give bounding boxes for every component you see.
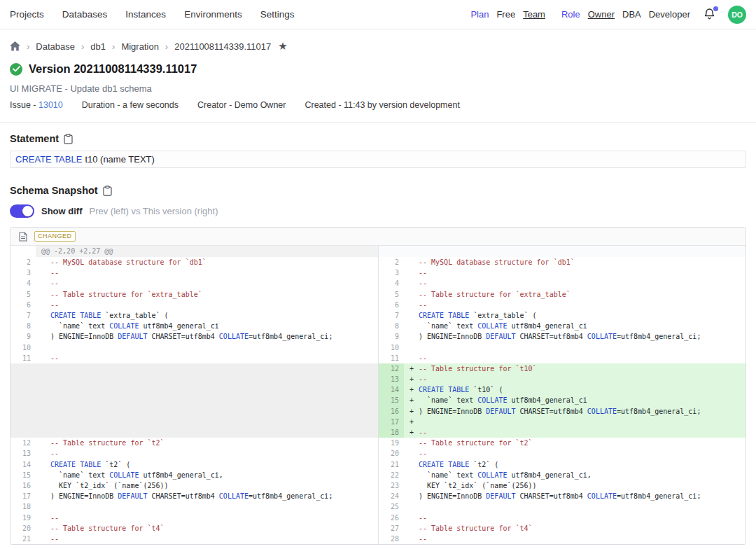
code-line <box>36 395 378 405</box>
code-line: -- MySQL database structure for `db1` <box>36 257 378 267</box>
line-number: 28 <box>379 534 404 544</box>
code-token: utf8mb4_general_ci, <box>507 471 591 479</box>
code-line: -- Table structure for `extra_table` <box>36 289 378 300</box>
diff-row: 13-- <box>10 448 378 459</box>
line-number: 5 <box>379 289 404 300</box>
code-token: COLLATE <box>587 408 617 415</box>
copy-statement-icon[interactable] <box>64 134 73 144</box>
line-number: 27 <box>379 523 404 534</box>
diff-pane-current: 2-- MySQL database structure for `db1`3-… <box>378 246 746 544</box>
code-line: -- MySQL database structure for `db1` <box>404 257 746 267</box>
code-line: + `name` text COLLATE utf8mb4_general_ci <box>404 395 746 405</box>
version-header: Version 20211008114339.11017 <box>10 62 746 76</box>
line-number: 22 <box>379 470 404 480</box>
copy-snapshot-icon[interactable] <box>103 186 112 196</box>
diff-body: @@ -2,20 +2,27 @@2-- MySQL database stru… <box>10 246 746 544</box>
code-token: utf8mb4_general_ci <box>507 322 587 330</box>
code-line: -- <box>404 267 746 278</box>
nav-item-databases[interactable]: Databases <box>62 9 108 20</box>
diff-row: 10 <box>379 342 746 353</box>
code-line: -- <box>36 300 378 310</box>
diff-row: 8 `name` text COLLATE utf8mb4_general_ci <box>10 321 378 331</box>
diff-row <box>379 246 746 257</box>
topbar-item-role: Role <box>561 9 580 20</box>
line-number: 7 <box>10 310 36 321</box>
nav-item-environments[interactable]: Environments <box>184 9 242 20</box>
avatar[interactable]: DO <box>728 6 746 24</box>
code-token: -- Table structure for `t10` <box>419 365 537 373</box>
code-line: -- Table structure for `t4` <box>36 523 378 534</box>
home-icon[interactable] <box>10 41 20 51</box>
diff-prefix: + <box>410 395 419 405</box>
line-number: 25 <box>379 501 404 512</box>
diff-row: 20-- Table structure for `t4` <box>10 523 378 534</box>
code-token: -- Table structure for `extra_table` <box>419 291 570 298</box>
sql-rest: t10 (name TEXT) <box>85 154 154 165</box>
code-line: CREATE TABLE `t2` ( <box>36 459 378 470</box>
line-number: 9 <box>10 331 36 342</box>
version-meta: Issue - 13010Duration - a few secondsCre… <box>10 100 746 110</box>
code-token: DEFAULT <box>118 333 147 340</box>
diff-row: 5-- Table structure for `extra_table` <box>379 289 746 300</box>
code-token: -- <box>419 535 427 543</box>
diff-row: 16+) ENGINE=InnoDB DEFAULT CHARSET=utf8m… <box>379 406 746 417</box>
code-token: =utf8mb4_general_ci; <box>617 408 701 415</box>
code-token: -- <box>50 535 59 543</box>
top-nav: ProjectsDatabasesInstancesEnvironmentsSe… <box>0 0 756 29</box>
code-line: -- <box>36 534 378 544</box>
diff-row: 17+ <box>379 417 746 427</box>
breadcrumb-item-4[interactable]: 20211008114339.11017 <box>174 41 271 52</box>
diff-row: 26-- <box>379 513 746 523</box>
breadcrumb-item-3[interactable]: Migration <box>121 41 158 52</box>
code-line <box>36 406 378 417</box>
code-token: =utf8mb4_general_ci; <box>617 333 701 340</box>
code-token: -- MySQL database structure for `db1` <box>50 258 206 266</box>
diff-row: 12-- Table structure for `t2` <box>10 438 378 448</box>
line-number: 6 <box>379 300 404 310</box>
diff-row: 4-- <box>379 278 746 289</box>
code-line <box>404 342 746 353</box>
issue-link[interactable]: 13010 <box>38 100 63 110</box>
line-number: 19 <box>10 513 36 523</box>
topbar-item-owner[interactable]: Owner <box>588 9 615 20</box>
code-token: -- <box>419 301 427 309</box>
toggle-knob <box>22 206 33 216</box>
code-token: CREATE TABLE <box>419 461 469 468</box>
code-token: -- MySQL database structure for `db1` <box>419 258 575 266</box>
diff-prefix: + <box>410 417 419 427</box>
line-number: 4 <box>10 278 36 289</box>
nav-item-projects[interactable]: Projects <box>10 9 44 20</box>
code-token: COLLATE <box>477 396 507 404</box>
show-diff-toggle[interactable] <box>10 204 34 218</box>
meta-label: Created - 11:43 by version development <box>304 100 459 110</box>
topbar-item-dba: DBA <box>622 9 641 20</box>
diff-row <box>10 384 378 395</box>
notifications-bell-icon[interactable] <box>704 8 718 22</box>
nav-item-settings[interactable]: Settings <box>260 9 295 20</box>
breadcrumb-item-2[interactable]: db1 <box>90 41 106 52</box>
diff-row: 15 `name` text COLLATE utf8mb4_general_c… <box>10 470 378 480</box>
diff-row: @@ -2,20 +2,27 @@ <box>10 246 378 257</box>
code-token: DEFAULT <box>118 492 147 500</box>
nav-item-instances[interactable]: Instances <box>125 9 166 20</box>
line-number: 5 <box>10 289 36 300</box>
line-number: 23 <box>379 480 404 491</box>
breadcrumb-item-1[interactable]: Database <box>36 41 75 52</box>
code-line: @@ -2,20 +2,27 @@ <box>36 246 378 257</box>
code-line: ) ENGINE=InnoDB DEFAULT CHARSET=utf8mb4 … <box>404 491 746 501</box>
code-token: -- <box>419 354 427 362</box>
meta-item-3: Creator - Demo Owner <box>197 100 286 110</box>
code-token: -- Table structure for `t4` <box>419 524 533 532</box>
diff-prefix: + <box>410 384 419 395</box>
code-token: CHARSET=utf8mb4 <box>515 408 587 415</box>
file-icon <box>19 232 27 242</box>
diff-row: 28-- <box>379 534 746 544</box>
topbar-item-team[interactable]: Team <box>523 9 545 20</box>
diff-row <box>10 363 378 374</box>
code-token: utf8mb4_general_ci <box>139 322 218 330</box>
meta-item-1: Issue - 13010 <box>10 100 63 110</box>
code-line: -- <box>36 278 378 289</box>
topbar-item-plan: Plan <box>470 9 489 20</box>
star-icon[interactable]: ★ <box>278 40 287 53</box>
code-token: CREATE TABLE <box>419 312 469 319</box>
